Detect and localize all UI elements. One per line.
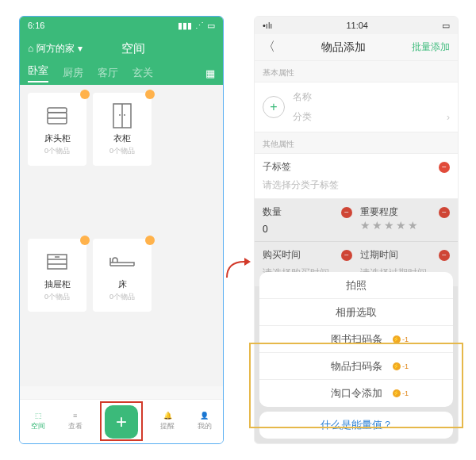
page-title: 物品添加 (275, 40, 412, 55)
sheet-book-scan[interactable]: 图书扫码条 ⚡-1 (259, 326, 453, 353)
card-sub: 0个物品 (109, 146, 135, 156)
wardrobe-icon (111, 102, 133, 129)
energy-text: -1 (402, 362, 409, 370)
card-title: 床 (118, 278, 127, 290)
plus-icon: + (270, 100, 277, 114)
sheet-album[interactable]: 相册选取 (259, 299, 453, 326)
batch-add-button[interactable]: 批量添加 (412, 40, 450, 54)
bottom-tabbar: ⬚ 空间 ≡ 查看 + 🔔 提醒 👤 我的 (20, 399, 223, 443)
subtag-hint: 请选择分类子标签 (263, 178, 450, 192)
tab-space[interactable]: ⬚ 空间 (31, 412, 45, 431)
bed-icon (108, 248, 136, 275)
card-sub: 0个物品 (44, 292, 70, 302)
sheet-label: 拍照 (346, 278, 367, 293)
svg-rect-1 (48, 108, 67, 113)
section-other: 其他属性 (255, 132, 458, 153)
tab-living[interactable]: 客厅 (98, 66, 118, 80)
room-tabs: 卧室 厨房 客厅 玄关 ▦ (28, 59, 215, 85)
drawer-icon (44, 248, 70, 275)
energy-badge-icon: ⚡ (393, 335, 401, 343)
svg-point-5 (119, 114, 121, 116)
page-title: 空间 (51, 41, 215, 56)
back-button[interactable]: 〈 (263, 39, 275, 56)
sheet-label: 淘口令添加 (331, 386, 382, 401)
sheet-label: 相册选取 (336, 305, 377, 320)
status-time: 11:04 (346, 21, 368, 30)
card-sub: 0个物品 (44, 146, 70, 156)
subtag-title: 子标签 (263, 160, 291, 174)
status-icons: ▮▮▮ ⋰ ▭ (178, 21, 215, 31)
tab-kitchen[interactable]: 厨房 (63, 66, 83, 80)
tab-bedroom[interactable]: 卧室 (28, 63, 48, 82)
furniture-grid: 床头柜 0个物品 衣柜 0个物品 抽屉柜 0个物品 床 0个物品 (20, 85, 223, 386)
sheet-photo[interactable]: 拍照 (259, 272, 453, 299)
list-icon: ≡ (73, 412, 77, 420)
sheet-whatis-energy[interactable]: 什么是能量值？ (259, 412, 453, 439)
card-title: 衣柜 (113, 132, 131, 144)
name-field[interactable]: 名称 (293, 90, 450, 104)
placeholder: 分类 (293, 110, 312, 124)
add-button[interactable]: + (105, 405, 138, 439)
nightstand-icon (44, 102, 70, 129)
tab-view[interactable]: ≡ 查看 (68, 412, 83, 431)
signal-icon: ▮▮▮ (178, 21, 192, 31)
tab-entrance[interactable]: 玄关 (132, 66, 153, 80)
battery-icon: ▭ (442, 21, 450, 31)
tab-remind[interactable]: 🔔 提醒 (160, 412, 175, 431)
energy-text: -1 (402, 389, 409, 397)
bell-icon: 🔔 (163, 412, 172, 420)
wifi-icon: ⋰ (195, 21, 204, 31)
battery-icon: ▭ (207, 21, 215, 31)
add-image-button[interactable]: + (263, 96, 285, 118)
card-nightstand[interactable]: 床头柜 0个物品 (28, 93, 86, 166)
card-bed[interactable]: 床 0个物品 (93, 239, 152, 312)
card-badge-icon (145, 236, 155, 245)
action-sheet: 拍照 相册选取 图书扫码条 ⚡-1 物品扫码条 ⚡-1 淘口令添加 ⚡-1 什么… (259, 272, 453, 439)
plus-icon: + (116, 411, 127, 433)
energy-badge-icon: ⚡ (393, 389, 401, 397)
energy-badge-icon: ⚡ (393, 362, 401, 370)
person-icon: 👤 (200, 412, 209, 420)
remove-icon[interactable]: − (439, 162, 450, 173)
card-drawer[interactable]: 抽屉柜 0个物品 (28, 239, 86, 312)
sheet-item-scan[interactable]: 物品扫码条 ⚡-1 (259, 353, 453, 380)
phone-right: •ılı 11:04 ▭ 〈 物品添加 批量添加 基本属性 + 名称 分类 › … (254, 16, 459, 444)
svg-point-6 (124, 114, 125, 116)
tab-label: 我的 (198, 421, 212, 431)
section-basic: 基本属性 (255, 61, 458, 82)
phone-left: 6:16 ▮▮▮ ⋰ ▭ ⌂ 阿方的家 ▾ 空间 卧室 厨房 客厅 玄关 ▦ (19, 16, 224, 444)
category-field[interactable]: 分类 › (293, 110, 450, 124)
sheet-footer-label: 什么是能量值？ (321, 418, 393, 432)
tab-mine[interactable]: 👤 我的 (198, 412, 212, 431)
card-badge-icon (80, 90, 90, 99)
status-bar: 6:16 ▮▮▮ ⋰ ▭ (20, 17, 223, 34)
nav-header: 〈 物品添加 批量添加 (255, 34, 458, 61)
nav-header: ⌂ 阿方的家 ▾ 空间 卧室 厨房 客厅 玄关 ▦ (20, 34, 223, 85)
tab-label: 提醒 (160, 421, 175, 431)
flow-arrow (225, 254, 254, 279)
energy-text: -1 (402, 335, 409, 343)
home-icon: ⌂ (28, 43, 33, 54)
card-wardrobe[interactable]: 衣柜 0个物品 (93, 93, 152, 166)
card-badge-icon (80, 236, 90, 245)
cube-icon: ⬚ (35, 412, 42, 420)
card-sub: 0个物品 (109, 292, 135, 302)
basic-row: + 名称 分类 › (255, 82, 458, 132)
status-time: 6:16 (28, 21, 44, 30)
placeholder: 名称 (293, 90, 312, 104)
signal-icon: •ılı (263, 21, 272, 30)
sheet-label: 物品扫码条 (331, 359, 382, 374)
card-badge-icon (145, 90, 155, 99)
sheet-tao-add[interactable]: 淘口令添加 ⚡-1 (259, 380, 453, 407)
card-title: 床头柜 (44, 132, 71, 144)
card-title: 抽屉柜 (44, 278, 71, 290)
status-bar: •ılı 11:04 ▭ (255, 17, 458, 34)
chevron-right-icon: › (447, 112, 450, 123)
sheet-label: 图书扫码条 (331, 332, 382, 347)
tab-label: 空间 (31, 421, 45, 431)
grid-layout-icon[interactable]: ▦ (205, 67, 215, 79)
tab-label: 查看 (68, 421, 83, 431)
subtag-row[interactable]: 子标签 − 请选择分类子标签 (255, 153, 458, 198)
